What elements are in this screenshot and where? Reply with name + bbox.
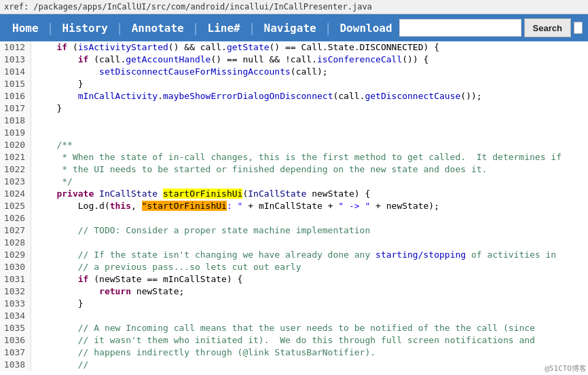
kw-token: return	[99, 286, 131, 296]
table-row: 1033 }	[0, 298, 588, 310]
method-token: setDisconnectCauseForMissingAccounts	[99, 66, 291, 77]
line-number: 1027	[0, 224, 31, 237]
line-number: 1028	[0, 237, 31, 249]
line-code: if (newState == mInCallState) {	[31, 273, 588, 285]
line-code: // TODO: Consider a proper state machine…	[31, 224, 588, 237]
method-token: isConferenceCall	[317, 54, 402, 64]
line-number: 1024	[0, 188, 31, 200]
line-number: 1026	[0, 212, 31, 224]
str-token: " -> "	[338, 201, 370, 211]
xref-path: xref: /packages/apps/InCallUI/src/com/an…	[4, 2, 372, 12]
method-token: isActivityStarted	[78, 42, 168, 52]
table-row: 1021 * When the state of in-call changes…	[0, 151, 588, 163]
method-token: maybeShowErrorDialogOnDisconnect	[163, 91, 333, 101]
kw-token: private	[56, 189, 94, 199]
cm-token: */	[35, 176, 73, 186]
line-code	[31, 115, 588, 127]
table-row: 1029 // If the state isn't changing we h…	[0, 249, 588, 261]
kw-token: if	[78, 54, 89, 64]
highlight-token: "startOrFinishUi	[142, 201, 227, 211]
table-row: 1038 //	[0, 359, 588, 371]
table-row: 1036 // it wasn't them who initiated it)…	[0, 334, 588, 347]
line-number: 1021	[0, 151, 31, 163]
line-code: return newState;	[31, 285, 588, 298]
line-number: 1019	[0, 127, 31, 139]
kw-token: this	[110, 201, 131, 211]
line-number: 1025	[0, 200, 31, 212]
line-number: 1018	[0, 115, 31, 127]
table-row: 1031 if (newState == mInCallState) {	[0, 273, 588, 285]
method-token: mInCallActivity	[78, 91, 158, 101]
line-code: private InCallState startOrFinishUi(InCa…	[31, 188, 588, 200]
cm-token: // it wasn't them who initiated it). We …	[78, 335, 535, 345]
cm-token: // a previous pass...so lets cut out ear…	[78, 262, 301, 272]
nav-sep-4: |	[247, 21, 257, 35]
line-number: 1022	[0, 163, 31, 176]
line-number: 1033	[0, 298, 31, 310]
method-token: getState	[227, 42, 270, 52]
table-row: 1020 /**	[0, 139, 588, 151]
kw-token: if	[56, 42, 67, 52]
table-row: 1027 // TODO: Consider a proper state ma…	[0, 224, 588, 237]
method-token: getAccountHandle	[126, 54, 210, 64]
nav-sep-5: |	[323, 21, 333, 35]
str-token: : "	[227, 201, 242, 211]
nav-history[interactable]: History	[55, 16, 114, 40]
class-name-token: InCallState	[99, 189, 158, 199]
nav-annotate[interactable]: Annotate	[125, 16, 191, 40]
xref-bar: xref: /packages/apps/InCallUI/src/com/an…	[0, 0, 588, 14]
table-row: 1022 * the UI needs to be started or fin…	[0, 163, 588, 176]
nav-home[interactable]: Home	[5, 16, 45, 40]
cm-token: // TODO: Consider a proper state machine…	[78, 225, 370, 235]
line-number: 1029	[0, 249, 31, 261]
search-button[interactable]: Search	[524, 18, 571, 37]
table-row: 1015 }	[0, 78, 588, 90]
line-code: * the UI needs to be started or finished…	[31, 163, 588, 176]
line-number: 1032	[0, 285, 31, 298]
line-code: //	[31, 359, 588, 371]
line-code: // A new Incoming call means that the us…	[31, 322, 588, 334]
line-code: if (isActivityStarted() && call.getState…	[31, 41, 588, 54]
line-number: 1037	[0, 347, 31, 359]
line-code	[31, 127, 588, 139]
code-area: 1012 if (isActivityStarted() && call.get…	[0, 41, 588, 371]
line-number: 1038	[0, 359, 31, 371]
nav-navigate[interactable]: Navigate	[257, 16, 323, 40]
line-number: 1035	[0, 322, 31, 334]
class-name-token: InCallState	[248, 189, 306, 199]
line-code: if (call.getAccountHandle() == null && !…	[31, 54, 588, 66]
table-row: 1032 return newState;	[0, 285, 588, 298]
line-number: 1016	[0, 90, 31, 102]
method-token: getDisconnectCause	[365, 91, 460, 101]
table-row: 1017 }	[0, 102, 588, 115]
table-row: 1014 setDisconnectCauseForMissingAccount…	[0, 66, 588, 78]
code-table: 1012 if (isActivityStarted() && call.get…	[0, 41, 588, 371]
line-code: // it wasn't them who initiated it). We …	[31, 334, 588, 347]
line-code	[31, 237, 588, 249]
line-number: 1014	[0, 66, 31, 78]
table-row: 1013 if (call.getAccountHandle() == null…	[0, 54, 588, 66]
cm-token: * the UI needs to be started or finished…	[35, 164, 487, 174]
line-number: 1034	[0, 310, 31, 322]
line-code: mInCallActivity.maybeShowErrorDialogOnDi…	[31, 90, 588, 102]
line-code: /**	[31, 139, 588, 151]
nav-lineno[interactable]: Line#	[201, 16, 247, 40]
search-checkbox[interactable]	[574, 22, 583, 34]
table-row: 1023 */	[0, 176, 588, 188]
table-row: 1028	[0, 237, 588, 249]
table-row: 1030 // a previous pass...so lets cut ou…	[0, 261, 588, 273]
cm-token: // happens indirectly through (@link Sta…	[78, 347, 375, 357]
line-number: 1036	[0, 334, 31, 347]
line-number: 1012	[0, 41, 31, 54]
line-code: setDisconnectCauseForMissingAccounts(cal…	[31, 66, 588, 78]
search-input[interactable]	[399, 19, 521, 37]
line-code: Log.d(this, "startOrFinishUi: " + mInCal…	[31, 200, 588, 212]
table-row: 1018	[0, 115, 588, 127]
kw-token: if	[78, 274, 89, 284]
cm-token: * When the state of in-call changes, thi…	[35, 152, 562, 162]
table-row: 1026	[0, 212, 588, 224]
line-number: 1020	[0, 139, 31, 151]
cm-token: // A new Incoming call means that the us…	[78, 323, 535, 333]
nav-download[interactable]: Download	[333, 16, 399, 40]
line-code: // a previous pass...so lets cut out ear…	[31, 261, 588, 273]
